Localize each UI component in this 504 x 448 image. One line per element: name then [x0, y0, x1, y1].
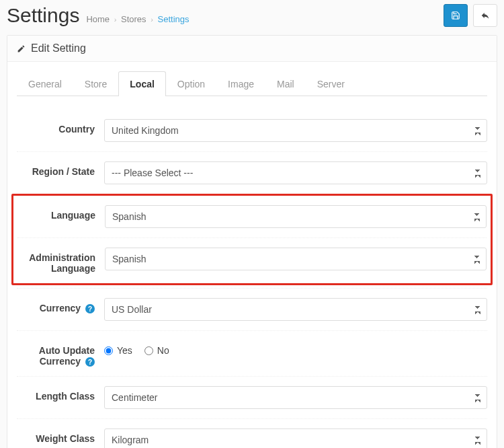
breadcrumb-separator: › — [114, 15, 117, 24]
reply-icon — [480, 11, 490, 20]
header-actions — [444, 4, 497, 27]
page-title: Settings — [7, 4, 79, 27]
row-region-state: Region / State --- Please Select --- — [17, 151, 487, 194]
tab-server[interactable]: Server — [306, 71, 356, 96]
row-weight-class: Weight Class Kilogram — [17, 418, 487, 448]
breadcrumb-separator: › — [151, 15, 153, 24]
panel-title: Edit Setting — [31, 42, 86, 54]
row-auto-update-currency: Auto Update Currency ? Yes No — [17, 330, 487, 376]
breadcrumb-item-settings[interactable]: Settings — [158, 14, 190, 24]
label-admin-language: Administration Language — [17, 248, 105, 274]
settings-tabs: General Store Local Option Image Mail Se… — [17, 71, 487, 96]
row-language: Language Spanish — [17, 196, 487, 237]
label-region-state: Region / State — [17, 161, 104, 177]
select-region-state[interactable]: --- Please Select --- — [104, 161, 487, 184]
row-currency: Currency ? US Dollar — [17, 288, 487, 330]
field-language: Spanish — [105, 205, 487, 228]
radio-yes[interactable] — [104, 346, 113, 355]
pencil-icon — [17, 44, 26, 53]
field-region-state: --- Please Select --- — [104, 161, 487, 184]
field-length-class: Centimeter — [104, 386, 487, 409]
save-icon — [451, 11, 460, 20]
breadcrumb-item-home[interactable]: Home — [86, 14, 110, 24]
radio-option-no[interactable]: No — [144, 345, 169, 356]
select-currency[interactable]: US Dollar — [104, 298, 487, 321]
tab-mail[interactable]: Mail — [265, 71, 306, 96]
tab-option[interactable]: Option — [166, 71, 216, 96]
tab-image[interactable]: Image — [216, 71, 265, 96]
language-highlight: Language Spanish Administration Language… — [11, 194, 493, 285]
select-weight-class[interactable]: Kilogram — [104, 428, 487, 448]
field-admin-language: Spanish — [105, 248, 487, 270]
select-length-class[interactable]: Centimeter — [104, 386, 487, 409]
field-auto-update-currency: Yes No — [104, 340, 487, 356]
edit-setting-panel: Edit Setting General Store Local Option … — [7, 35, 497, 448]
tab-local[interactable]: Local — [118, 71, 166, 96]
back-button[interactable] — [473, 4, 497, 27]
field-currency: US Dollar — [104, 298, 487, 321]
label-auto-update-currency: Auto Update Currency ? — [17, 340, 104, 367]
radio-option-yes[interactable]: Yes — [104, 345, 132, 356]
tab-general[interactable]: General — [17, 71, 73, 96]
select-admin-language[interactable]: Spanish — [105, 248, 487, 270]
tab-store[interactable]: Store — [73, 71, 118, 96]
page-header-left: Settings Home › Stores › Settings — [7, 4, 190, 27]
save-button[interactable] — [444, 4, 468, 27]
help-icon[interactable]: ? — [85, 357, 95, 367]
row-country: Country United Kingdom — [17, 110, 487, 151]
select-language[interactable]: Spanish — [105, 205, 487, 228]
page-header: Settings Home › Stores › Settings — [0, 0, 504, 35]
field-country: United Kingdom — [104, 119, 487, 142]
label-country: Country — [17, 119, 104, 135]
breadcrumb-item-stores[interactable]: Stores — [121, 14, 146, 24]
field-weight-class: Kilogram — [104, 428, 487, 448]
radio-no[interactable] — [144, 346, 153, 355]
help-icon[interactable]: ? — [85, 304, 95, 313]
label-length-class: Length Class — [17, 386, 104, 402]
label-weight-class: Weight Class — [17, 428, 104, 444]
label-language: Language — [17, 205, 105, 221]
radio-group-auto-update: Yes No — [104, 340, 487, 356]
panel-heading: Edit Setting — [7, 36, 497, 62]
label-currency: Currency ? — [17, 298, 104, 313]
row-length-class: Length Class Centimeter — [17, 376, 487, 418]
select-country[interactable]: United Kingdom — [104, 119, 487, 142]
breadcrumb: Home › Stores › Settings — [86, 14, 189, 24]
panel-body: General Store Local Option Image Mail Se… — [7, 62, 497, 448]
row-admin-language: Administration Language Spanish — [17, 237, 487, 283]
